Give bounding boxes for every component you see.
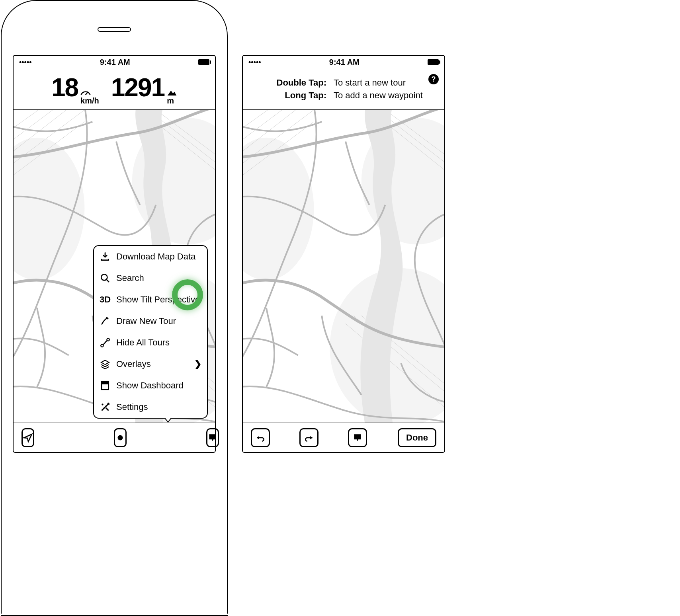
download-icon [100,251,111,262]
menu-button[interactable] [348,428,367,447]
threed-icon: 3D [100,294,111,305]
menu-settings[interactable]: Settings [94,396,207,418]
chevron-right-icon: ❯ [194,359,201,369]
pencil-icon [100,316,111,327]
route-icon [100,337,111,348]
status-time: 9:41 AM [329,58,360,67]
status-time: 9:41 AM [100,58,130,67]
status-bar: ••••• 9:41 AM [243,56,444,68]
battery-icon [428,59,439,65]
altitude-unit: m [167,96,174,105]
mountain-icon [167,89,177,96]
svg-point-20 [102,404,103,405]
altitude-value: 1291 [111,73,164,102]
map-canvas[interactable]: Download Map Data Search 3D Show Tilt Pe… [14,110,215,423]
touch-highlight-icon [172,279,203,310]
speaker-grille [98,27,131,32]
double-tap-label: Double Tap: [259,78,326,88]
menu-label: Settings [116,402,201,412]
undo-button[interactable] [251,428,270,447]
status-bar: ••••• 9:41 AM [14,56,215,68]
record-button[interactable] [114,428,127,447]
menu-download-map[interactable]: Download Map Data [94,246,207,267]
altitude-stat: 1291 m [111,73,177,105]
map-context-menu: Download Map Data Search 3D Show Tilt Pe… [93,245,208,419]
screen-map-menu: ••••• 9:41 AM 18 km/h 1291 m [13,55,216,453]
instructions-header: Double Tap: To start a new tour Long Tap… [243,68,444,110]
menu-label: Show Dashboard [116,380,201,391]
search-icon [100,273,111,284]
done-button[interactable]: Done [398,428,436,447]
locate-button[interactable] [21,428,34,447]
menu-label: Hide All Tours [116,337,201,348]
menu-hide-tours[interactable]: Hide All Tours [94,332,207,353]
double-tap-desc: To start a new tour [334,78,444,88]
menu-button[interactable] [206,428,219,447]
svg-point-14 [101,274,107,280]
long-tap-label: Long Tap: [259,90,326,101]
map-background [243,110,444,423]
svg-rect-19 [102,382,108,384]
signal-dots-icon: ••••• [19,58,32,66]
tab-bar: Done [243,423,444,452]
redo-button[interactable] [299,428,319,447]
battery-icon [198,59,209,65]
speed-value: 18 [51,73,78,102]
tab-bar [14,423,215,452]
svg-point-21 [118,435,123,440]
speed-icon [80,89,91,96]
help-button[interactable]: ? [428,74,439,84]
settings-icon [100,402,111,413]
speed-stat: 18 km/h [51,73,99,105]
signal-dots-icon: ••••• [248,58,261,66]
menu-label: Download Map Data [116,251,201,262]
help-icon: ? [432,75,436,84]
map-canvas[interactable] [243,110,444,423]
menu-draw-tour[interactable]: Draw New Tour [94,310,207,332]
overlays-icon [100,359,111,370]
menu-label: Draw New Tour [116,316,201,326]
screen-draw-tour: ••••• 9:41 AM Double Tap: To start a new… [242,55,445,453]
dashboard-icon [100,380,111,391]
long-tap-desc: To add a new waypoint [334,90,444,101]
speed-unit: km/h [80,96,99,105]
menu-label: Overlays [116,359,189,369]
menu-show-dashboard[interactable]: Show Dashboard [94,375,207,396]
svg-line-15 [106,279,109,282]
menu-overlays[interactable]: Overlays ❯ [94,353,207,375]
dashboard-header: 18 km/h 1291 m [14,68,215,110]
